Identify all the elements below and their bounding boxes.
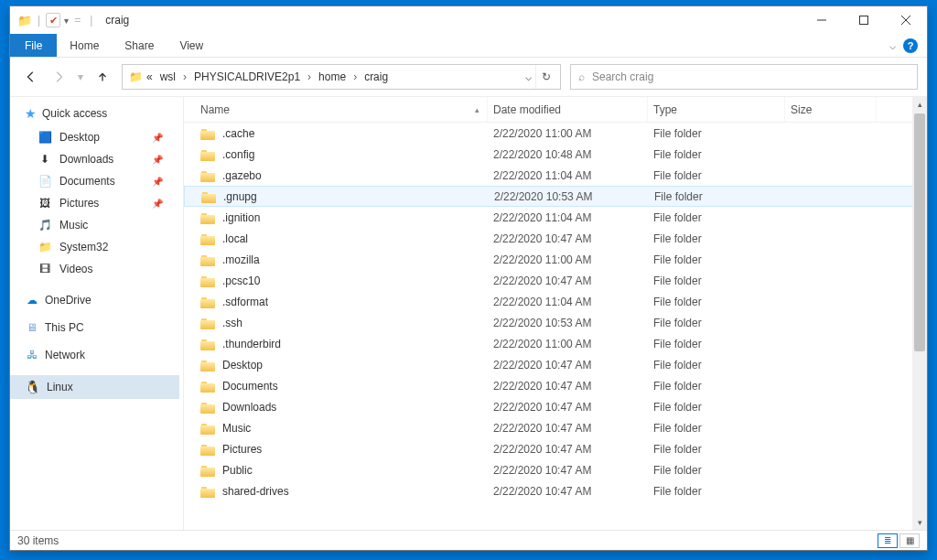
tab-view[interactable]: View xyxy=(167,34,216,57)
sidebar-item-downloads[interactable]: ⬇Downloads📌 xyxy=(25,148,179,170)
file-tab[interactable]: File xyxy=(10,34,57,57)
file-type: File folder xyxy=(649,190,786,203)
sort-indicator-icon: ▴ xyxy=(475,105,479,114)
breadcrumb[interactable]: wsl xyxy=(156,69,179,85)
folder-icon: 📁 xyxy=(128,70,143,84)
file-type: File folder xyxy=(648,211,785,224)
minimize-button[interactable] xyxy=(801,6,843,34)
recent-locations-button[interactable]: ▾ xyxy=(74,65,87,89)
table-row[interactable]: Documents2/22/2020 10:47 AMFile folder xyxy=(184,375,927,396)
linux-label: Linux xyxy=(47,381,73,393)
sidebar-item-documents[interactable]: 📄Documents📌 xyxy=(25,170,179,192)
table-row[interactable]: Public2/22/2020 10:47 AMFile folder xyxy=(184,459,927,480)
help-icon[interactable]: ? xyxy=(903,38,918,53)
column-type[interactable]: Type xyxy=(648,97,785,122)
table-row[interactable]: .pcsc102/22/2020 10:47 AMFile folder xyxy=(184,270,927,291)
file-date: 2/22/2020 11:00 AM xyxy=(488,253,648,266)
chevron-right-icon[interactable]: › xyxy=(304,69,315,85)
back-button[interactable] xyxy=(19,65,43,89)
address-dropdown-icon[interactable]: ⌵ xyxy=(522,70,535,83)
file-type: File folder xyxy=(648,464,785,477)
column-date[interactable]: Date modified xyxy=(488,97,648,122)
sidebar-item-linux[interactable]: 🐧 Linux xyxy=(10,375,179,399)
table-row[interactable]: Downloads2/22/2020 10:47 AMFile folder xyxy=(184,396,927,417)
thumbnails-view-button[interactable]: ▦ xyxy=(899,533,920,548)
sidebar-item-music[interactable]: 🎵Music xyxy=(25,214,179,236)
table-row[interactable]: Pictures2/22/2020 10:47 AMFile folder xyxy=(184,438,927,459)
file-type: File folder xyxy=(648,422,785,435)
pictures-icon: 🖼 xyxy=(38,196,52,210)
network-group[interactable]: 🖧 Network xyxy=(25,348,179,362)
tab-home[interactable]: Home xyxy=(57,34,112,57)
scrollbar[interactable]: ▴ ▾ xyxy=(912,97,927,530)
music-icon: 🎵 xyxy=(38,218,52,232)
sidebar-item-label: Downloads xyxy=(59,153,113,166)
forward-button[interactable] xyxy=(47,65,70,89)
folder-icon xyxy=(200,275,215,287)
search-icon: ⌕ xyxy=(578,70,585,83)
scroll-thumb[interactable] xyxy=(914,113,925,351)
file-type: File folder xyxy=(648,275,785,287)
navigation-pane[interactable]: ★ Quick access 🟦Desktop📌⬇Downloads📌📄Docu… xyxy=(10,97,184,530)
sidebar-item-label: Videos xyxy=(59,263,92,275)
breadcrumb-recent[interactable]: « xyxy=(143,69,156,85)
this-pc-group[interactable]: 🖥 This PC xyxy=(25,320,179,335)
table-row[interactable]: .mozilla2/22/2020 11:00 AMFile folder xyxy=(184,249,927,270)
close-button[interactable] xyxy=(885,6,927,34)
search-input[interactable] xyxy=(592,70,910,83)
file-name: .ignition xyxy=(222,211,260,224)
network-icon: 🖧 xyxy=(25,348,39,362)
chevron-right-icon[interactable]: › xyxy=(350,69,361,85)
address-bar[interactable]: 📁 « wsl › PHYSICALDRIVE2p1 › home › crai… xyxy=(122,64,561,90)
videos-icon: 🎞 xyxy=(38,262,52,276)
table-row[interactable]: .thunderbird2/22/2020 11:00 AMFile folde… xyxy=(184,333,927,354)
ribbon-expand-icon[interactable]: ⌵ xyxy=(889,39,896,52)
table-row[interactable]: .gnupg2/22/2020 10:53 AMFile folder xyxy=(184,186,927,207)
maximize-button[interactable] xyxy=(843,6,885,34)
breadcrumb[interactable]: PHYSICALDRIVE2p1 xyxy=(190,69,304,85)
quick-access-group[interactable]: ★ Quick access xyxy=(25,106,179,121)
properties-qat-icon[interactable]: ✔ xyxy=(46,13,60,27)
scroll-down-icon[interactable]: ▾ xyxy=(912,515,927,530)
sidebar-item-desktop[interactable]: 🟦Desktop📌 xyxy=(25,126,179,148)
chevron-down-icon[interactable]: ▾ xyxy=(64,16,69,26)
table-row[interactable]: shared-drives2/22/2020 10:47 AMFile fold… xyxy=(184,480,927,501)
table-row[interactable]: .local2/22/2020 10:47 AMFile folder xyxy=(184,228,927,249)
breadcrumb[interactable]: home xyxy=(315,69,350,85)
folder-icon xyxy=(200,127,215,140)
details-view-button[interactable]: ≣ xyxy=(878,533,898,548)
table-row[interactable]: Desktop2/22/2020 10:47 AMFile folder xyxy=(184,354,927,375)
file-rows[interactable]: .cache2/22/2020 11:00 AMFile folder.conf… xyxy=(184,123,927,530)
file-date: 2/22/2020 10:47 AM xyxy=(488,275,648,287)
scroll-up-icon[interactable]: ▴ xyxy=(912,97,927,112)
table-row[interactable]: .ssh2/22/2020 10:53 AMFile folder xyxy=(184,312,927,333)
table-row[interactable]: Music2/22/2020 10:47 AMFile folder xyxy=(184,417,927,438)
quick-access-label: Quick access xyxy=(42,107,107,120)
sidebar-item-videos[interactable]: 🎞Videos xyxy=(25,258,179,280)
file-type: File folder xyxy=(648,443,785,456)
folder-icon xyxy=(200,422,215,435)
up-button[interactable] xyxy=(91,65,114,89)
table-row[interactable]: .cache2/22/2020 11:00 AMFile folder xyxy=(184,123,927,144)
file-type: File folder xyxy=(648,296,785,308)
column-name[interactable]: Name▴ xyxy=(195,97,488,122)
file-type: File folder xyxy=(648,253,785,266)
sidebar-item-pictures[interactable]: 🖼Pictures📌 xyxy=(25,192,179,214)
chevron-right-icon[interactable]: › xyxy=(179,69,190,85)
onedrive-group[interactable]: ☁ OneDrive xyxy=(25,293,179,307)
table-row[interactable]: .sdformat2/22/2020 11:04 AMFile folder xyxy=(184,291,927,312)
table-row[interactable]: .gazebo2/22/2020 11:04 AMFile folder xyxy=(184,165,927,186)
file-date: 2/22/2020 10:47 AM xyxy=(488,359,648,372)
tab-share[interactable]: Share xyxy=(112,34,167,57)
column-size[interactable]: Size xyxy=(785,97,877,122)
search-box[interactable]: ⌕ xyxy=(570,64,918,90)
ribbon: File Home Share View ⌵ ? xyxy=(10,34,927,58)
refresh-button[interactable]: ↻ xyxy=(535,65,556,89)
folder-icon xyxy=(200,253,215,266)
table-row[interactable]: .ignition2/22/2020 11:04 AMFile folder xyxy=(184,207,927,228)
sidebar-item-system32[interactable]: 📁System32 xyxy=(25,236,179,258)
folder-icon xyxy=(200,338,215,350)
status-bar: 30 items ≣ ▦ xyxy=(10,530,927,550)
table-row[interactable]: .config2/22/2020 10:48 AMFile folder xyxy=(184,144,927,165)
breadcrumb[interactable]: craig xyxy=(361,69,392,85)
